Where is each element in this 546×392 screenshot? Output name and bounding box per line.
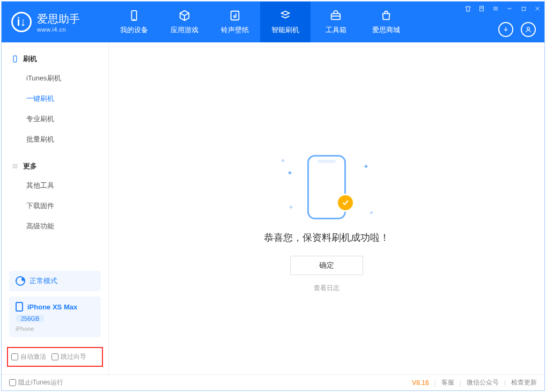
refresh-icon [279, 9, 292, 22]
device-box[interactable]: iPhone XS Max 256GB iPhone [9, 297, 101, 337]
window-controls [464, 5, 541, 12]
auto-activate-checkbox[interactable]: 自动激活 [11, 352, 46, 361]
sidebar-item-onekey-flash[interactable]: 一键刷机 [2, 88, 108, 109]
ok-button[interactable]: 确定 [290, 256, 363, 275]
success-illustration: ✦✦✦ [278, 155, 375, 219]
nav-ring-wallpaper[interactable]: 铃声壁纸 [210, 2, 260, 42]
mode-label: 正常模式 [29, 276, 57, 286]
sidebar-group-more: 更多 [2, 157, 108, 175]
nav-label: 我的设备 [120, 25, 148, 35]
block-itunes-label: 阻止iTunes运行 [18, 378, 63, 387]
nav-store[interactable]: 爱思商城 [361, 2, 411, 42]
svg-rect-16 [13, 56, 17, 62]
check-update-link[interactable]: 检查更新 [511, 378, 537, 387]
logo: i↓ 爱思助手 www.i4.cn [2, 2, 109, 42]
logo-icon: i↓ [11, 12, 32, 32]
nav-toolbox[interactable]: 工具箱 [311, 2, 361, 42]
svg-rect-3 [331, 13, 341, 19]
skip-guide-label: 跳过向导 [61, 352, 86, 361]
music-icon [228, 9, 241, 22]
group-title: 更多 [23, 161, 37, 171]
sidebar-item-batch-flash[interactable]: 批量刷机 [2, 129, 108, 150]
sidebar: 刷机 iTunes刷机 一键刷机 专业刷机 批量刷机 更多 其他工具 下载固件 … [2, 42, 109, 374]
nav-label: 工具箱 [326, 25, 346, 35]
device-platform: iPhone [16, 326, 94, 332]
user-button[interactable] [521, 22, 536, 37]
nav-smart-flash[interactable]: 智能刷机 [260, 2, 311, 42]
main-pane: ✦✦✦ 恭喜您，保资料刷机成功啦！ 确定 查看日志 [109, 42, 544, 374]
menu-icon[interactable] [492, 5, 499, 12]
device-capacity: 256GB [16, 315, 45, 322]
sidebar-item-advanced[interactable]: 高级功能 [2, 216, 108, 236]
view-log-link[interactable]: 查看日志 [314, 284, 340, 293]
shirt-icon[interactable] [464, 5, 471, 12]
support-link[interactable]: 客服 [441, 378, 454, 387]
options-box: 自动激活 跳过向导 [7, 347, 103, 367]
auto-activate-label: 自动激活 [20, 352, 46, 361]
mode-icon [16, 276, 25, 286]
sidebar-item-other-tools[interactable]: 其他工具 [2, 175, 108, 196]
sidebar-item-download-firmware[interactable]: 下载固件 [2, 196, 108, 216]
success-message: 恭喜您，保资料刷机成功啦！ [264, 231, 389, 244]
titlebar: i↓ 爱思助手 www.i4.cn 我的设备 应用游戏 [2, 2, 544, 42]
sidebar-item-pro-flash[interactable]: 专业刷机 [2, 109, 108, 129]
note-icon[interactable] [478, 5, 485, 12]
bag-icon [380, 9, 393, 22]
block-itunes-checkbox[interactable]: 阻止iTunes运行 [9, 378, 63, 387]
sidebar-group-flash: 刷机 [2, 50, 108, 68]
svg-point-5 [527, 27, 530, 30]
skip-guide-checkbox[interactable]: 跳过向导 [51, 352, 86, 361]
maximize-button[interactable] [520, 5, 527, 12]
wechat-link[interactable]: 微信公众号 [467, 378, 499, 387]
device-name: iPhone XS Max [27, 303, 77, 311]
cube-icon [178, 9, 191, 22]
svg-rect-0 [131, 11, 136, 20]
brand-url: www.i4.cn [37, 26, 80, 33]
nav-tabs: 我的设备 应用游戏 铃声壁纸 智能刷机 [109, 2, 411, 42]
header-actions [498, 22, 536, 37]
mode-box[interactable]: 正常模式 [9, 271, 101, 291]
close-button[interactable] [534, 5, 541, 12]
device-icon [128, 9, 141, 22]
statusbar: 阻止iTunes运行 V8.16 | 客服 | 微信公众号 | 检查更新 [2, 374, 544, 390]
nav-label: 铃声壁纸 [221, 25, 249, 35]
sidebar-item-itunes-flash[interactable]: iTunes刷机 [2, 68, 108, 88]
minimize-button[interactable] [506, 5, 513, 12]
phone-icon [11, 55, 19, 63]
nav-label: 爱思商城 [372, 25, 400, 35]
group-title: 刷机 [23, 54, 37, 64]
list-icon [11, 162, 19, 170]
download-button[interactable] [498, 22, 513, 37]
phone-icon [16, 302, 23, 312]
brand-name: 爱思助手 [37, 12, 80, 26]
nav-apps-games[interactable]: 应用游戏 [159, 2, 210, 42]
svg-rect-13 [522, 7, 525, 10]
nav-label: 应用游戏 [171, 25, 198, 35]
check-icon [336, 194, 355, 212]
nav-label: 智能刷机 [271, 25, 299, 35]
toolbox-icon [329, 9, 342, 22]
version-label: V8.16 [412, 379, 429, 387]
nav-my-device[interactable]: 我的设备 [109, 2, 159, 42]
